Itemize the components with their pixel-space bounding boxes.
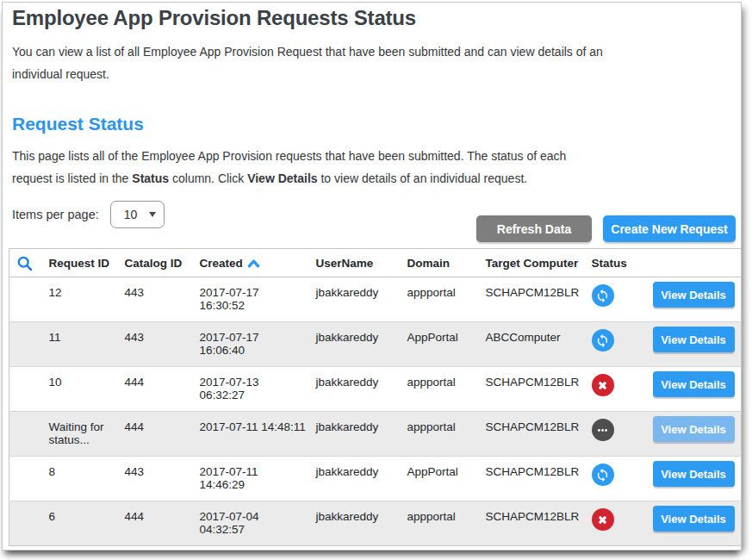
table-header-row: Request ID Catalog ID Created UserName D… (9, 249, 742, 277)
cell-request-id: 12 (40, 277, 115, 322)
items-per-page-select[interactable]: 10 (110, 201, 165, 228)
column-header-created-label: Created (200, 257, 243, 270)
cell-actions: View Details (643, 457, 742, 501)
section-desc-bold-view-details: View Details (247, 171, 317, 185)
cell-spacer (9, 367, 40, 412)
cell-created: 2017-07-11 14:46:29 (190, 457, 307, 501)
cell-spacer (9, 457, 40, 501)
request-table-body: 12 443 2017-07-17 16:30:52 jbakkareddy a… (9, 277, 742, 546)
section-desc-text-3: to view details of an individual request… (318, 171, 528, 185)
column-header-username[interactable]: UserName (307, 249, 398, 277)
column-header-request-id[interactable]: Request ID (40, 249, 115, 277)
cell-request-id: 11 (40, 322, 115, 367)
column-header-actions (643, 249, 742, 277)
ellipsis-icon (592, 419, 614, 441)
column-header-catalog-id[interactable]: Catalog ID (115, 249, 190, 277)
cell-status (582, 277, 643, 322)
view-details-button[interactable]: View Details (653, 461, 735, 487)
search-icon (16, 255, 34, 272)
cell-request-id: Waiting for status... (40, 412, 115, 457)
error-x-icon (592, 508, 614, 531)
cell-catalog-id: 443 (115, 277, 190, 322)
cell-username: jbakkareddy (307, 277, 398, 322)
table-row: 6 444 2017-07-04 04:32:57 jbakkareddy ap… (9, 501, 742, 546)
caret-up-icon (247, 258, 260, 268)
table-row: 8 443 2017-07-11 14:46:29 jbakkareddy Ap… (9, 457, 742, 501)
cell-status (582, 367, 643, 412)
cell-spacer (9, 501, 40, 546)
cell-actions: View Details (643, 412, 742, 457)
cell-domain: appportal (398, 501, 476, 546)
cell-created: 2017-07-17 16:06:40 (190, 322, 307, 367)
cell-created: 2017-07-13 06:32:27 (190, 367, 307, 412)
cell-domain: appportal (398, 412, 476, 457)
page-title: Employee App Provision Requests Status (12, 6, 416, 30)
table-row: 11 443 2017-07-17 16:06:40 jbakkareddy A… (9, 322, 742, 367)
chevron-down-icon (149, 212, 156, 217)
cell-target-computer: SCHAPCM12BLR (476, 412, 582, 457)
cell-username: jbakkareddy (307, 412, 398, 457)
table-search-toggle[interactable] (9, 249, 40, 277)
cell-username: jbakkareddy (307, 457, 398, 501)
cell-target-computer: ABCComputer (476, 322, 582, 367)
cell-request-id: 6 (40, 501, 115, 546)
refresh-data-button[interactable]: Refresh Data (476, 215, 592, 242)
sync-icon (592, 284, 614, 307)
cell-spacer (9, 322, 40, 367)
cell-actions: View Details (643, 277, 742, 322)
section-description: This page lists all of the Employee App … (12, 145, 576, 190)
request-status-table: Request ID Catalog ID Created UserName D… (9, 248, 742, 546)
cell-actions: View Details (643, 322, 742, 367)
cell-catalog-id: 444 (115, 412, 190, 457)
cell-created: 2017-07-11 14:48:11 (190, 412, 307, 457)
view-details-button[interactable]: View Details (653, 327, 735, 352)
section-desc-bold-status: Status (132, 171, 169, 185)
cell-status (582, 322, 643, 367)
cell-username: jbakkareddy (307, 367, 398, 412)
cell-domain: AppPortal (398, 322, 476, 367)
cell-status (582, 412, 643, 457)
view-details-button[interactable]: View Details (653, 506, 735, 532)
app-window: Employee App Provision Requests Status Y… (2, 2, 742, 551)
section-desc-text-2: column. Click (169, 171, 247, 185)
cell-actions: View Details (643, 367, 742, 412)
cell-domain: appportal (398, 277, 476, 322)
cell-username: jbakkareddy (307, 322, 398, 367)
view-details-button[interactable]: View Details (653, 371, 735, 397)
cell-catalog-id: 443 (115, 322, 190, 367)
cell-username: jbakkareddy (307, 501, 398, 546)
table-action-buttons: Refresh Data Create New Request (476, 215, 736, 242)
section-heading: Request Status (12, 114, 144, 134)
column-header-created[interactable]: Created (190, 249, 307, 277)
table-row: Waiting for status... 444 2017-07-11 14:… (9, 412, 742, 457)
cell-catalog-id: 444 (115, 501, 190, 546)
column-header-status[interactable]: Status (582, 249, 643, 277)
column-header-domain[interactable]: Domain (398, 249, 476, 277)
cell-catalog-id: 444 (115, 367, 190, 412)
cell-status (582, 501, 643, 546)
view-details-button[interactable]: View Details (653, 282, 735, 308)
cell-status (582, 457, 643, 501)
cell-target-computer: SCHAPCM12BLR (476, 277, 582, 322)
cell-spacer (9, 277, 40, 322)
table-row: 12 443 2017-07-17 16:30:52 jbakkareddy a… (9, 277, 742, 322)
table-row: 10 444 2017-07-13 06:32:27 jbakkareddy a… (9, 367, 742, 412)
cell-request-id: 10 (40, 367, 115, 412)
items-per-page-value: 10 (124, 208, 138, 221)
cell-created: 2017-07-17 16:30:52 (190, 277, 307, 322)
cell-catalog-id: 443 (115, 457, 190, 501)
cell-request-id: 8 (40, 457, 115, 501)
create-new-request-button[interactable]: Create New Request (603, 215, 736, 242)
cell-target-computer: SCHAPCM12BLR (476, 457, 582, 501)
cell-actions: View Details (643, 501, 742, 546)
cell-spacer (9, 412, 40, 457)
view-details-button[interactable]: View Details (653, 416, 735, 442)
column-header-target-computer[interactable]: Target Computer (476, 249, 582, 277)
page-intro: You can view a list of all Employee App … (12, 40, 615, 85)
items-per-page-control: Items per page: 10 (12, 201, 165, 228)
cell-domain: appportal (398, 367, 476, 412)
cell-created: 2017-07-04 04:32:57 (190, 501, 307, 546)
cell-domain: AppPortal (398, 457, 476, 501)
cell-target-computer: SCHAPCM12BLR (476, 501, 582, 546)
sync-icon (592, 329, 614, 352)
